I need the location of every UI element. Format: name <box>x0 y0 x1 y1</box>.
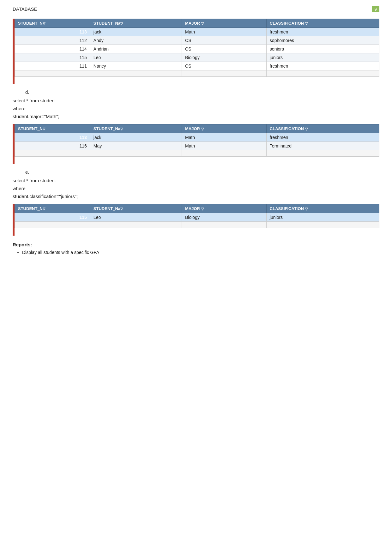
cell-name: May <box>90 142 182 150</box>
cell-major: CS <box>182 45 267 53</box>
cell-name: Leo <box>90 213 182 222</box>
cell-id: 112 <box>15 36 90 45</box>
cell-major: Math <box>182 133 267 142</box>
table3-col-name[interactable]: STUDENT_Na▽ <box>90 204 182 213</box>
page-title: DATABASE <box>13 6 37 12</box>
page-number: 9 <box>372 6 379 12</box>
cell-name: Nancy <box>90 62 182 70</box>
reports-section: Reports: Display all students with a spe… <box>13 242 379 255</box>
table1: STUDENT_N▽ STUDENT_Na▽ MAJOR ▽ CLASSIFIC… <box>15 19 379 77</box>
section-e-label: e. <box>25 169 379 175</box>
sql-d-line3: student.major="Math"; <box>13 114 379 119</box>
cell-classification: sophomores <box>266 36 379 45</box>
cell-id: 114 <box>15 45 90 53</box>
table3-col-major[interactable]: MAJOR ▽ <box>182 204 267 213</box>
table2: STUDENT_N▽ STUDENT_Na▽ MAJOR ▽ CLASSIFIC… <box>15 124 379 157</box>
table2-col-id[interactable]: STUDENT_N▽ <box>15 124 90 133</box>
cell-major: CS <box>182 36 267 45</box>
table-empty-row <box>15 150 379 157</box>
reports-title: Reports: <box>13 242 379 247</box>
cell-name: jack <box>90 133 182 142</box>
cell-major: Math <box>182 142 267 150</box>
cell-classification: freshmen <box>266 133 379 142</box>
cell-major: Biology <box>182 53 267 62</box>
table-row: 112AndyCSsophomores <box>15 36 379 45</box>
table2-wrapper: STUDENT_N▽ STUDENT_Na▽ MAJOR ▽ CLASSIFIC… <box>13 124 379 164</box>
table1-wrapper: STUDENT_N▽ STUDENT_Na▽ MAJOR ▽ CLASSIFIC… <box>13 19 379 84</box>
table3-col-id[interactable]: STUDENT_N▽ <box>15 204 90 213</box>
table2-col-class[interactable]: CLASSIFICATION ▽ <box>266 124 379 133</box>
cell-name: Leo <box>90 53 182 62</box>
table-row: 113jackMathfreshmen <box>15 133 379 142</box>
cell-major: CS <box>182 62 267 70</box>
table3: STUDENT_N▽ STUDENT_Na▽ MAJOR ▽ CLASSIFIC… <box>15 204 379 228</box>
cell-name: Andy <box>90 36 182 45</box>
table-row: 115LeoBiologyjuniors <box>15 213 379 222</box>
table2-wrap: STUDENT_N▽ STUDENT_Na▽ MAJOR ▽ CLASSIFIC… <box>15 124 379 164</box>
cell-classification: juniors <box>266 53 379 62</box>
reports-list: Display all students with a specific GPA <box>22 250 379 255</box>
sql-d-line1: select * from student <box>13 98 379 103</box>
table3-col-class[interactable]: CLASSIFICATION ▽ <box>266 204 379 213</box>
cell-id: 113 <box>15 28 90 36</box>
table-row: 111NancyCSfreshmen <box>15 62 379 70</box>
cell-classification: juniors <box>266 213 379 222</box>
sql-e-line3: student.classification="juniors"; <box>13 194 379 199</box>
cell-classification: freshmen <box>266 28 379 36</box>
cell-id: 115 <box>15 213 90 222</box>
section-d-label: d. <box>25 89 379 95</box>
table-row: 114AndrianCSseniors <box>15 45 379 53</box>
cell-id: 111 <box>15 62 90 70</box>
table3-header-row: STUDENT_N▽ STUDENT_Na▽ MAJOR ▽ CLASSIFIC… <box>15 204 379 213</box>
table1-col-major[interactable]: MAJOR ▽ <box>182 19 267 28</box>
table1-col-class[interactable]: CLASSIFICATION ▽ <box>266 19 379 28</box>
cell-id: 113 <box>15 133 90 142</box>
sql-e-line1: select * from student <box>13 178 379 183</box>
table2-col-name[interactable]: STUDENT_Na▽ <box>90 124 182 133</box>
page-header: DATABASE 9 <box>13 6 379 12</box>
cell-name: Andrian <box>90 45 182 53</box>
table-empty-row <box>15 70 379 77</box>
table1-container: STUDENT_N▽ STUDENT_Na▽ MAJOR ▽ CLASSIFIC… <box>13 19 379 84</box>
cell-major: Math <box>182 28 267 36</box>
table3-wrapper: STUDENT_N▽ STUDENT_Na▽ MAJOR ▽ CLASSIFIC… <box>13 204 379 236</box>
table-row: 116MayMathTerminated <box>15 142 379 150</box>
sql-d-line2: where <box>13 106 379 111</box>
cell-classification: Terminated <box>266 142 379 150</box>
table-row: 113jackMathfreshmen <box>15 28 379 36</box>
cell-id: 116 <box>15 142 90 150</box>
table3-wrap: STUDENT_N▽ STUDENT_Na▽ MAJOR ▽ CLASSIFIC… <box>15 204 379 236</box>
sql-e-line2: where <box>13 186 379 191</box>
table1-col-name[interactable]: STUDENT_Na▽ <box>90 19 182 28</box>
table1-header-row: STUDENT_N▽ STUDENT_Na▽ MAJOR ▽ CLASSIFIC… <box>15 19 379 28</box>
cell-id: 115 <box>15 53 90 62</box>
cell-major: Biology <box>182 213 267 222</box>
table2-col-major[interactable]: MAJOR ▽ <box>182 124 267 133</box>
cell-name: jack <box>90 28 182 36</box>
report-item-1: Display all students with a specific GPA <box>22 250 379 255</box>
table3-container: STUDENT_N▽ STUDENT_Na▽ MAJOR ▽ CLASSIFIC… <box>13 204 379 236</box>
cell-classification: seniors <box>266 45 379 53</box>
table2-header-row: STUDENT_N▽ STUDENT_Na▽ MAJOR ▽ CLASSIFIC… <box>15 124 379 133</box>
table1-col-id[interactable]: STUDENT_N▽ <box>15 19 90 28</box>
table-empty-row <box>15 222 379 228</box>
table2-container: STUDENT_N▽ STUDENT_Na▽ MAJOR ▽ CLASSIFIC… <box>13 124 379 164</box>
table1-wrap: STUDENT_N▽ STUDENT_Na▽ MAJOR ▽ CLASSIFIC… <box>15 19 379 84</box>
table-row: 115LeoBiologyjuniors <box>15 53 379 62</box>
cell-classification: freshmen <box>266 62 379 70</box>
